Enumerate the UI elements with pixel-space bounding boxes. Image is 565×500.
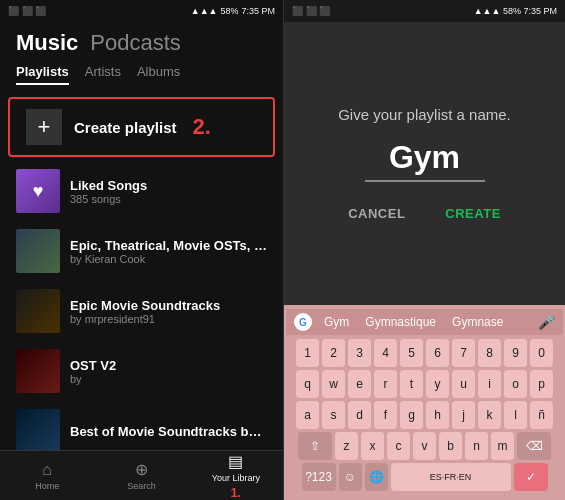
list-item[interactable]: Epic Movie Soundtracks by mrpresident91	[0, 281, 283, 341]
signal-icon: ▲▲▲	[191, 6, 218, 16]
key-s[interactable]: s	[322, 401, 345, 429]
time-text: 7:35 PM	[241, 6, 275, 16]
key-t[interactable]: t	[400, 370, 423, 398]
liked-songs-info: Liked Songs 385 songs	[70, 178, 267, 205]
mic-icon[interactable]: 🎤	[538, 314, 555, 330]
list-item[interactable]: OST V2 by	[0, 341, 283, 401]
suggestion-gym[interactable]: Gym	[320, 313, 353, 331]
key-5[interactable]: 5	[400, 339, 423, 367]
status-right: ▲▲▲ 58% 7:35 PM	[191, 6, 275, 16]
key-v[interactable]: v	[413, 432, 436, 460]
backspace-key[interactable]: ⌫	[517, 432, 551, 460]
top-navigation: Music Podcasts	[0, 22, 283, 60]
key-9[interactable]: 9	[504, 339, 527, 367]
key-c[interactable]: c	[387, 432, 410, 460]
create-playlist-row[interactable]: + Create playlist 2.	[8, 97, 275, 157]
nav-home[interactable]: ⌂ Home	[0, 461, 94, 491]
playlist-name: Liked Songs	[70, 178, 267, 193]
nav-search[interactable]: ⊕ Search	[94, 460, 188, 491]
playlist-list: ♥ Liked Songs 385 songs Epic, Theatrical…	[0, 161, 283, 450]
key-k[interactable]: k	[478, 401, 501, 429]
key-6[interactable]: 6	[426, 339, 449, 367]
number-key[interactable]: ?123	[302, 463, 336, 491]
key-l[interactable]: l	[504, 401, 527, 429]
left-panel: ⬛ ⬛ ⬛ ▲▲▲ 58% 7:35 PM Music Podcasts Pla…	[0, 0, 283, 500]
create-button[interactable]: CREATE	[445, 206, 500, 221]
number-row: 1 2 3 4 5 6 7 8 9 0	[286, 339, 563, 367]
status-right-right: ▲▲▲ 58% 7:35 PM	[474, 6, 557, 16]
cancel-button[interactable]: CANCEL	[348, 206, 405, 221]
key-x[interactable]: x	[361, 432, 384, 460]
bottom-navigation: ⌂ Home ⊕ Search ▤ Your Library 1.	[0, 450, 283, 500]
key-z[interactable]: z	[335, 432, 358, 460]
ost-v2-thumb	[16, 349, 60, 393]
key-1[interactable]: 1	[296, 339, 319, 367]
step1-indicator: 1.	[230, 485, 241, 500]
key-n[interactable]: n	[465, 432, 488, 460]
time-right: 7:35 PM	[523, 6, 557, 16]
best-movie-info: Best of Movie Soundtracks by ...	[70, 424, 267, 439]
key-d[interactable]: d	[348, 401, 371, 429]
globe-key[interactable]: 🌐	[365, 463, 388, 491]
epic-movie-info: Epic Movie Soundtracks by mrpresident91	[70, 298, 267, 325]
status-right-left: ⬛ ⬛ ⬛	[292, 6, 330, 16]
best-movie-thumb	[16, 409, 60, 450]
key-g[interactable]: g	[400, 401, 423, 429]
suggestion-gymnase[interactable]: Gymnase	[448, 313, 507, 331]
key-i[interactable]: i	[478, 370, 501, 398]
key-7[interactable]: 7	[452, 339, 475, 367]
key-b[interactable]: b	[439, 432, 462, 460]
emoji-key[interactable]: ☺	[339, 463, 362, 491]
playlist-name: Epic Movie Soundtracks	[70, 298, 267, 313]
playlist-name-input[interactable]: Gym	[365, 139, 485, 182]
search-icon: ⊕	[135, 460, 148, 479]
key-o[interactable]: o	[504, 370, 527, 398]
enter-key[interactable]: ✓	[514, 463, 548, 491]
key-w[interactable]: w	[322, 370, 345, 398]
playlist-name-dialog: Give your playlist a name. Gym CANCEL CR…	[284, 22, 565, 305]
key-a[interactable]: a	[296, 401, 319, 429]
status-icons: ⬛ ⬛ ⬛	[8, 6, 46, 16]
key-3[interactable]: 3	[348, 339, 371, 367]
key-r[interactable]: r	[374, 370, 397, 398]
library-label: Your Library	[212, 473, 260, 483]
playlist-name: Epic, Theatrical, Movie OSTs, b...	[70, 238, 267, 253]
playlist-sub: 385 songs	[70, 193, 267, 205]
key-8[interactable]: 8	[478, 339, 501, 367]
list-item[interactable]: Epic, Theatrical, Movie OSTs, b... by Ki…	[0, 221, 283, 281]
tab-albums[interactable]: Albums	[137, 64, 180, 85]
nav-your-library[interactable]: ▤ Your Library 1.	[189, 452, 283, 500]
key-4[interactable]: 4	[374, 339, 397, 367]
dialog-prompt: Give your playlist a name.	[338, 106, 511, 123]
zxcv-row: ⇧ z x c v b n m ⌫	[286, 432, 563, 460]
step2-indicator: 2.	[193, 114, 211, 140]
ost-v2-info: OST V2 by	[70, 358, 267, 385]
list-item[interactable]: ♥ Liked Songs 385 songs	[0, 161, 283, 221]
key-0[interactable]: 0	[530, 339, 553, 367]
language-key[interactable]: ES·FR·EN	[391, 463, 511, 491]
sub-navigation: Playlists Artists Albums	[0, 60, 283, 93]
playlist-name: Best of Movie Soundtracks by ...	[70, 424, 267, 439]
key-f[interactable]: f	[374, 401, 397, 429]
list-item[interactable]: Best of Movie Soundtracks by ...	[0, 401, 283, 450]
epic-movie-thumb	[16, 289, 60, 333]
key-m[interactable]: m	[491, 432, 514, 460]
key-p[interactable]: p	[530, 370, 553, 398]
tab-playlists[interactable]: Playlists	[16, 64, 69, 85]
create-plus-icon: +	[26, 109, 62, 145]
key-u[interactable]: u	[452, 370, 475, 398]
tab-artists[interactable]: Artists	[85, 64, 121, 85]
key-e[interactable]: e	[348, 370, 371, 398]
key-2[interactable]: 2	[322, 339, 345, 367]
music-tab[interactable]: Music	[16, 30, 78, 56]
key-q[interactable]: q	[296, 370, 319, 398]
key-j[interactable]: j	[452, 401, 475, 429]
key-n-tilde[interactable]: ñ	[530, 401, 553, 429]
suggestion-gymnastique[interactable]: Gymnastique	[361, 313, 440, 331]
key-h[interactable]: h	[426, 401, 449, 429]
key-y[interactable]: y	[426, 370, 449, 398]
status-left: ⬛ ⬛ ⬛	[8, 6, 46, 16]
podcasts-tab[interactable]: Podcasts	[90, 30, 181, 56]
keyboard: G Gym Gymnastique Gymnase 🎤 1 2 3 4 5 6 …	[284, 305, 565, 500]
shift-key[interactable]: ⇧	[298, 432, 332, 460]
